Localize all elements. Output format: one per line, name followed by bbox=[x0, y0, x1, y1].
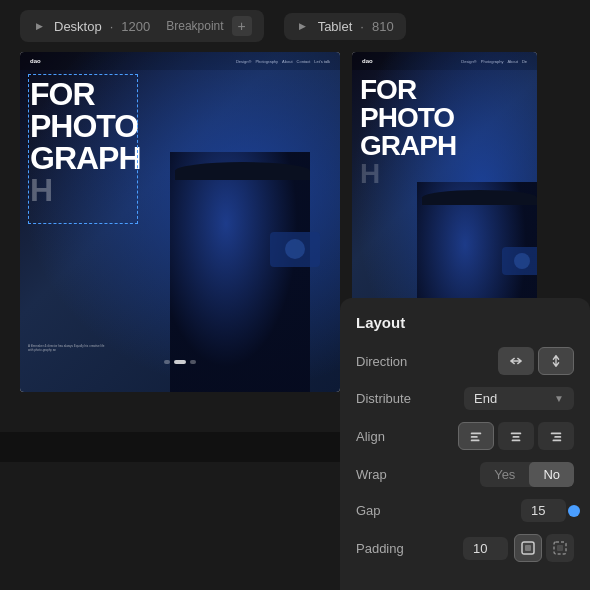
dot-2-active bbox=[174, 360, 186, 364]
gap-row: Gap 15 bbox=[356, 499, 574, 522]
distribute-arrow-icon: ▼ bbox=[554, 393, 564, 404]
dot-3 bbox=[190, 360, 196, 364]
svg-rect-8 bbox=[553, 440, 562, 442]
desktop-separator: · bbox=[110, 19, 114, 34]
distribute-label: Distribute bbox=[356, 391, 426, 406]
align-center-icon bbox=[509, 429, 523, 443]
wrap-row: Wrap Yes No bbox=[356, 462, 574, 487]
svg-rect-2 bbox=[471, 440, 480, 442]
padding-label: Padding bbox=[356, 541, 426, 556]
gap-input[interactable]: 15 bbox=[521, 499, 566, 522]
breakpoint-label: Breakpoint bbox=[166, 19, 223, 33]
svg-rect-5 bbox=[512, 440, 521, 442]
align-right-button[interactable] bbox=[538, 422, 574, 450]
padding-individual-icon bbox=[552, 540, 568, 556]
direction-vertical-button[interactable] bbox=[538, 347, 574, 375]
site-headline: FORPHOTOGRAPHH bbox=[20, 70, 340, 214]
svg-rect-12 bbox=[557, 545, 563, 551]
padding-row: Padding 10 bbox=[356, 534, 574, 562]
tablet-size: 810 bbox=[372, 19, 394, 34]
desktop-size: 1200 bbox=[121, 19, 150, 34]
direction-row: Direction bbox=[356, 347, 574, 375]
svg-rect-1 bbox=[471, 436, 478, 438]
gap-slider-thumb bbox=[568, 505, 580, 517]
panel-title: Layout bbox=[356, 314, 574, 331]
tablet-headline: FORPHOTOGRAPHH bbox=[352, 70, 537, 194]
svg-rect-0 bbox=[471, 433, 482, 435]
site-body-text: A filmmaker & director has always Equall… bbox=[28, 344, 108, 352]
align-control bbox=[458, 422, 574, 450]
wrap-toggle-group: Yes No bbox=[480, 462, 574, 487]
direction-label: Direction bbox=[356, 354, 426, 369]
align-right-icon bbox=[549, 429, 563, 443]
svg-rect-3 bbox=[511, 433, 522, 435]
tablet-label: Tablet bbox=[318, 19, 353, 34]
wrap-yes-button[interactable]: Yes bbox=[480, 462, 529, 487]
padding-input[interactable]: 10 bbox=[463, 537, 508, 560]
align-label: Align bbox=[356, 429, 426, 444]
desktop-canvas[interactable]: dao Design® Photography About Contact Le… bbox=[20, 52, 340, 392]
svg-rect-7 bbox=[554, 436, 561, 438]
desktop-label: Desktop bbox=[54, 19, 102, 34]
align-left-icon bbox=[469, 429, 483, 443]
tablet-camera-lens bbox=[514, 253, 530, 269]
padding-individual-button[interactable] bbox=[546, 534, 574, 562]
tablet-camera bbox=[502, 247, 537, 275]
gap-control: 15 bbox=[521, 499, 574, 522]
padding-mode-controls bbox=[514, 534, 574, 562]
vertical-arrow-icon bbox=[549, 354, 563, 368]
wrap-no-button[interactable]: No bbox=[529, 462, 574, 487]
distribute-select[interactable]: End ▼ bbox=[464, 387, 574, 410]
pagination-dots bbox=[164, 360, 196, 364]
align-left-button[interactable] bbox=[458, 422, 494, 450]
padding-control: 10 bbox=[463, 534, 574, 562]
wrap-label: Wrap bbox=[356, 467, 426, 482]
svg-rect-10 bbox=[525, 545, 531, 551]
top-bar: ▶ Desktop · 1200 Breakpoint + ▶ Tablet ·… bbox=[0, 0, 590, 52]
align-row: Align bbox=[356, 422, 574, 450]
gap-label: Gap bbox=[356, 503, 426, 518]
tablet-separator: · bbox=[360, 19, 364, 34]
layout-panel: Layout Direction Distribute End ▼ Align bbox=[340, 298, 590, 590]
svg-rect-4 bbox=[513, 436, 520, 438]
direction-control bbox=[498, 347, 574, 375]
tablet-play-icon: ▶ bbox=[296, 19, 310, 33]
align-center-button[interactable] bbox=[498, 422, 534, 450]
camera-lens bbox=[285, 239, 305, 259]
svg-rect-6 bbox=[551, 433, 562, 435]
camera bbox=[270, 232, 320, 267]
desktop-preview: dao Design® Photography About Contact Le… bbox=[20, 52, 340, 392]
distribute-row: Distribute End ▼ bbox=[356, 387, 574, 410]
desktop-play-icon: ▶ bbox=[32, 19, 46, 33]
tablet-viewport-tab[interactable]: ▶ Tablet · 810 bbox=[284, 13, 406, 40]
direction-horizontal-button[interactable] bbox=[498, 347, 534, 375]
dot-1 bbox=[164, 360, 170, 364]
distribute-value: End bbox=[474, 391, 548, 406]
desktop-viewport-tab[interactable]: ▶ Desktop · 1200 Breakpoint + bbox=[20, 10, 264, 42]
add-breakpoint-button[interactable]: + bbox=[232, 16, 252, 36]
padding-all-button[interactable] bbox=[514, 534, 542, 562]
padding-all-icon bbox=[520, 540, 536, 556]
horizontal-arrow-icon bbox=[509, 354, 523, 368]
